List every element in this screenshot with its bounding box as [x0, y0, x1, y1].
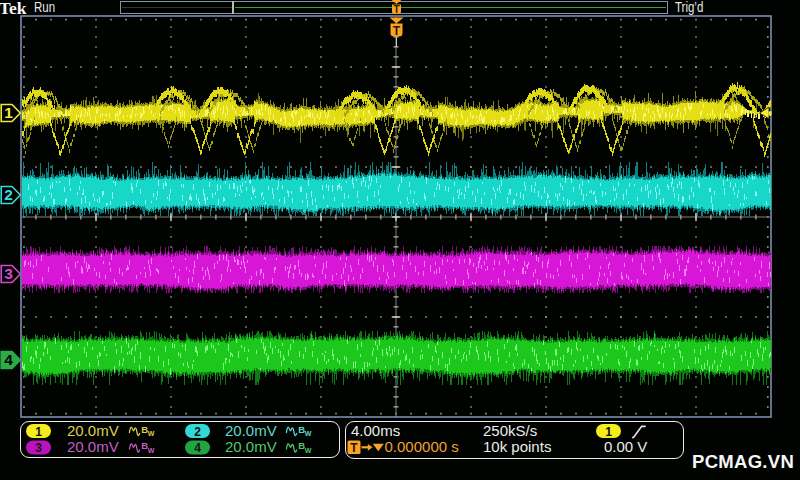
svg-text:4.00ms: 4.00ms — [351, 422, 400, 439]
svg-text:20.0mV: 20.0mV — [225, 438, 277, 455]
svg-text:W: W — [305, 447, 312, 454]
svg-text:1: 1 — [605, 425, 612, 439]
svg-text:10k points: 10k points — [483, 438, 551, 455]
svg-text:3: 3 — [35, 441, 42, 455]
svg-text:0.00 V: 0.00 V — [604, 438, 647, 455]
svg-text:250kS/s: 250kS/s — [483, 422, 537, 439]
svg-text:T: T — [350, 441, 358, 455]
svg-text:2: 2 — [194, 425, 201, 439]
svg-text:20.0mV: 20.0mV — [225, 422, 277, 439]
svg-text:W: W — [305, 430, 312, 437]
svg-text:4: 4 — [194, 441, 201, 455]
svg-text:W: W — [148, 430, 155, 437]
svg-text:W: W — [148, 447, 155, 454]
svg-text:0.000000 s: 0.000000 s — [385, 438, 459, 455]
svg-text:20.0mV: 20.0mV — [67, 438, 119, 455]
svg-text:1: 1 — [35, 425, 42, 439]
svg-text:20.0mV: 20.0mV — [67, 422, 119, 439]
